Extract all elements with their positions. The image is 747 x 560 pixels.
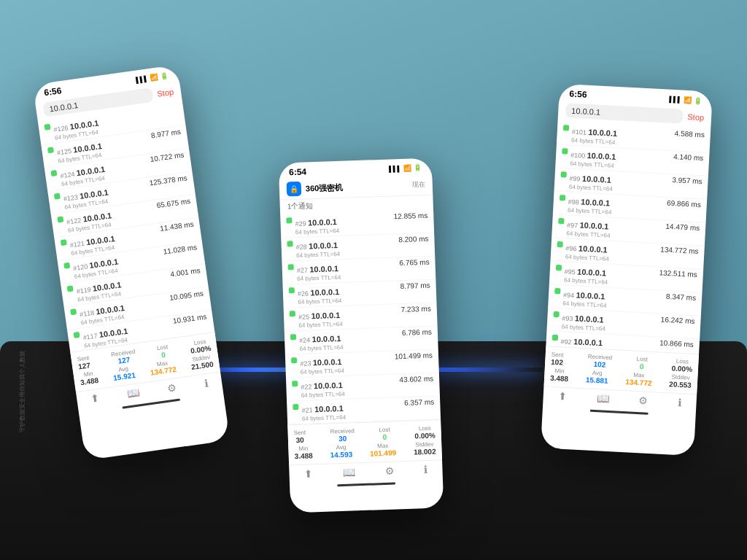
status-icons-center: ▌▌▌ 📶 🔋: [389, 164, 422, 173]
ping-indicator: [50, 170, 57, 176]
tab-settings-icon[interactable]: ⚙: [166, 381, 177, 394]
phone-right: 6:56 ▌▌▌ 📶 🔋 10.0.0.1 Stop #101 10.0.0.1…: [541, 84, 713, 456]
tab-map-icon-c[interactable]: 📖: [342, 466, 355, 478]
ping-indicator: [44, 124, 51, 131]
notification-app-icon: 🔒: [287, 182, 302, 197]
ping-indicator: [47, 147, 54, 153]
tab-settings-icon-r[interactable]: ⚙: [638, 394, 649, 407]
tab-settings-icon-c[interactable]: ⚙: [384, 465, 395, 477]
home-indicator-center: [337, 482, 395, 486]
tab-share-icon-c[interactable]: ⬆: [304, 467, 314, 479]
time-right: 6:56: [569, 89, 587, 100]
stop-button-right[interactable]: Stop: [687, 112, 704, 122]
tab-map-icon[interactable]: 📖: [126, 386, 140, 400]
ping-number: #125: [56, 147, 74, 157]
notification-app-name: 360强密机: [306, 179, 412, 194]
status-icons-right: ▌▌▌ 📶 🔋: [669, 96, 702, 104]
ping-list-right: #101 10.0.0.1 64 bytes TTL=64 4.588 ms #…: [546, 120, 711, 354]
status-icons-left: ▌▌▌ 📶 🔋: [136, 71, 169, 83]
address-input-right[interactable]: 10.0.0.1: [565, 103, 684, 123]
tab-share-icon[interactable]: ⬆: [90, 392, 101, 405]
notification-time: 现在: [412, 179, 425, 190]
ping-number: #126: [53, 124, 71, 133]
stop-button-left[interactable]: Stop: [157, 88, 174, 98]
stats-bar-center: Sent 30 Received 30 Lost 0 Loss 0.00%: [287, 419, 442, 464]
tab-map-icon-r[interactable]: 📖: [596, 392, 609, 405]
time-left: 6:56: [43, 85, 62, 98]
phone-center: 6:54 ▌▌▌ 📶 🔋 🔒 360强密机 现在 1个通知 #29 10.0.0…: [279, 158, 444, 513]
chinese-text: 守护数据安全用你知我个人数据: [18, 351, 26, 432]
background-scene: ASUS 守护数据安全用你知我个人数据 6:56 ▌▌▌ 📶 🔋 10.0.0.…: [0, 0, 747, 560]
tab-info-icon-r[interactable]: ℹ: [678, 397, 682, 408]
tab-share-icon-r[interactable]: ⬆: [558, 390, 568, 402]
tab-info-icon[interactable]: ℹ: [204, 377, 209, 389]
ping-list-center: #29 10.0.0.1 64 bytes TTL=64 12.855 ms #…: [280, 208, 441, 424]
ping-time: 8.977 ms: [150, 128, 181, 140]
time-center: 6:54: [289, 166, 307, 177]
tab-info-icon-c[interactable]: ℹ: [424, 464, 428, 475]
